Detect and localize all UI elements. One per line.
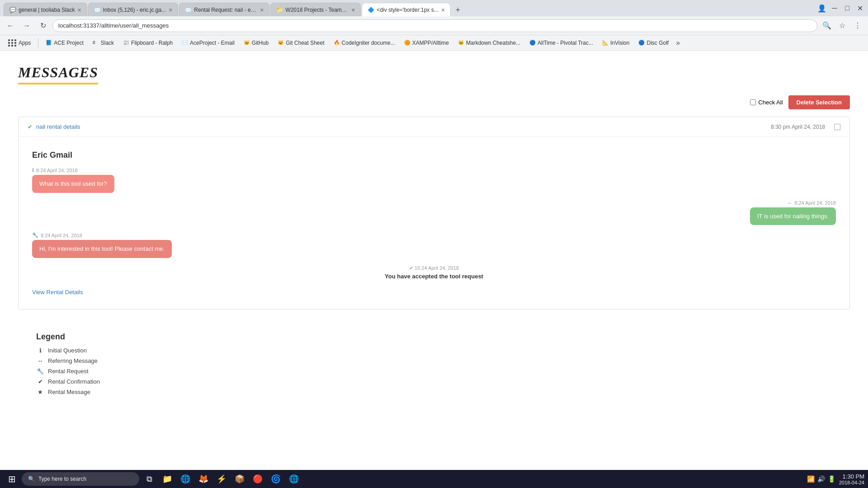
clock[interactable]: 1:30 PM 2018-04-24: [839, 473, 864, 485]
bookmark-ace-project[interactable]: 📘 ACE Project: [42, 38, 87, 47]
legend-referring-message-label: Referring Message: [48, 357, 98, 364]
check-all-label[interactable]: Check All: [750, 99, 783, 106]
thread-subject-link[interactable]: nail rental details: [36, 123, 80, 130]
tab-4-favicon: 📁: [276, 7, 283, 13]
message-thread-container: ✔ nail rental details 8:30 pm April 24, …: [18, 117, 850, 310]
search-icon[interactable]: 🔍: [820, 19, 834, 33]
tab-5[interactable]: 🔷 <div style='border:1px s... ×: [362, 3, 451, 16]
address-bar[interactable]: [52, 19, 817, 32]
legend-section: Legend ℹ Initial Question ↔ Referring Me…: [18, 323, 850, 408]
message-row-1: ℹ 8:24 April 24, 2018 What is this tool …: [32, 167, 836, 193]
check-all-checkbox[interactable]: [750, 99, 756, 105]
alltime-pivotal-label: AllTime - Pivotal Trac...: [538, 40, 593, 46]
tab-3-favicon: ✉️: [185, 7, 191, 13]
bookmark-flipboard[interactable]: 📰 Flipboard - Ralph: [119, 38, 176, 47]
bookmark-xampp[interactable]: 🟠 XAMPP/Alltime: [401, 38, 453, 47]
thread-checkbox[interactable]: [834, 124, 840, 130]
system-message-time: 15:24 April 24, 2018: [415, 265, 459, 271]
clock-date: 2018-04-24: [839, 480, 864, 485]
taskbar-file-explorer[interactable]: 📁: [159, 471, 175, 487]
minimize-button[interactable]: ─: [830, 4, 839, 13]
taskbar-right: 📶 🔊 🔋 1:30 PM 2018-04-24: [807, 473, 864, 485]
taskbar-search[interactable]: 🔍 Type here to search: [22, 472, 139, 486]
tray-battery-icon: 🔋: [828, 475, 835, 483]
page-content: MESSAGES Check All Delete Selection ✔ na…: [0, 51, 868, 470]
account-icon[interactable]: 👤: [817, 4, 826, 13]
message-row-3: 🔧 8:24 April 24, 2018 Hi, I'm interested…: [32, 232, 836, 258]
taskbar-app-7[interactable]: 🔴: [250, 471, 266, 487]
tab-3-close-icon[interactable]: ×: [260, 6, 264, 14]
aceproject-email-label: AceProject - Email: [190, 40, 235, 46]
system-message-checkmark-icon: ✔: [409, 265, 413, 271]
tab-3[interactable]: ✉️ Rental Request: nail - eri... ×: [179, 3, 269, 16]
legend-rental-confirmation-label: Rental Confirmation: [48, 378, 100, 385]
taskbar-app-5[interactable]: ⚡: [213, 471, 230, 487]
maximize-button[interactable]: □: [843, 4, 852, 13]
bookmark-aceproject-email[interactable]: ✉️ AceProject - Email: [178, 38, 238, 47]
browser-frame: 💬 general | tooliaba Slack × ✉️ Inbox (5…: [0, 0, 868, 488]
bookmark-alltime-pivotal[interactable]: 🔵 AllTime - Pivotal Trac...: [526, 38, 597, 47]
referring-message-icon: ↔: [787, 200, 792, 206]
nav-bar: ← → ↻ 🔍 ☆ ⋮: [0, 16, 868, 35]
codeigniter-favicon: 🔥: [334, 40, 340, 46]
apps-grid-icon: [8, 39, 17, 47]
taskbar-app-8[interactable]: 🌀: [268, 471, 284, 487]
taskbar-task-view[interactable]: ⧉: [141, 471, 157, 487]
tab-4-title: W2018 Projects - Team D...: [285, 7, 349, 13]
tab-1-close-icon[interactable]: ×: [78, 6, 81, 14]
tab-2-close-icon[interactable]: ×: [169, 6, 172, 14]
tab-5-favicon: 🔷: [368, 7, 374, 13]
forward-button[interactable]: →: [20, 19, 33, 33]
tab-5-title: <div style='border:1px s...: [377, 7, 438, 13]
bookmark-slack[interactable]: # Slack: [89, 38, 118, 47]
taskbar-chrome[interactable]: 🌐: [177, 471, 193, 487]
message-1-time: 8:24 April 24, 2018: [36, 168, 78, 173]
tray-volume-icon: 🔊: [817, 475, 825, 483]
thread-sender: Eric Gmail: [32, 150, 836, 160]
window-controls: 👤 ─ □ ✕: [817, 4, 864, 13]
thread-date: 8:30 pm April 24, 2018: [771, 124, 825, 130]
apps-button[interactable]: Apps: [5, 38, 34, 48]
delete-selection-button[interactable]: Delete Selection: [788, 95, 850, 109]
alltime-pivotal-favicon: 🔵: [529, 40, 536, 46]
new-tab-button[interactable]: +: [452, 4, 464, 16]
tab-4[interactable]: 📁 W2018 Projects - Team D... ×: [270, 3, 361, 16]
bookmark-github[interactable]: 🐱 GitHub: [240, 38, 272, 47]
message-3-time: 8:24 April 24, 2018: [41, 233, 82, 238]
refresh-button[interactable]: ↻: [36, 19, 50, 33]
bookmark-icon[interactable]: ☆: [835, 19, 849, 33]
ace-project-label: ACE Project: [54, 40, 83, 46]
bookmark-disc-golf[interactable]: 🔵 Disc Golf: [635, 38, 672, 47]
close-button[interactable]: ✕: [855, 4, 864, 13]
taskbar-firefox[interactable]: 🦊: [195, 471, 212, 487]
tab-3-title: Rental Request: nail - eri...: [194, 7, 257, 13]
bookmark-codeigniter[interactable]: 🔥 CodeIgniter docume...: [330, 38, 399, 47]
disc-golf-label: Disc Golf: [646, 40, 669, 46]
bookmark-git-cheat-sheet[interactable]: 🐱 Git Cheat Sheet: [274, 38, 328, 47]
back-button[interactable]: ←: [4, 19, 17, 33]
view-rental-details-link[interactable]: View Rental Details: [32, 289, 836, 296]
invision-label: InVision: [610, 40, 629, 46]
tab-2[interactable]: ✉️ Inbox (5,126) - eric.jc.ga... ×: [88, 3, 179, 16]
message-1-bubble: What is this tool used for?: [32, 175, 114, 193]
taskbar: ⊞ 🔍 Type here to search ⧉ 📁 🌐 🦊 ⚡ 📦 🔴 🌀 …: [0, 470, 868, 488]
taskbar-app-6[interactable]: 📦: [231, 471, 248, 487]
tab-4-close-icon[interactable]: ×: [351, 6, 355, 14]
taskbar-app-9[interactable]: 🌐: [286, 471, 302, 487]
message-row-2: ↔ 8:24 April 24, 2018 IT is used for nai…: [32, 200, 836, 225]
bookmark-invision[interactable]: 📐 InVision: [599, 38, 633, 47]
legend-item-rental-request: 🔧 Rental Request: [36, 368, 832, 375]
bookmark-markdown[interactable]: 🐱 Markdown Cheatshe...: [454, 38, 524, 47]
tab-1[interactable]: 💬 general | tooliaba Slack ×: [4, 3, 87, 16]
github-label: GitHub: [252, 40, 269, 46]
git-cheat-sheet-favicon: 🐱: [278, 40, 284, 46]
flipboard-favicon: 📰: [123, 40, 129, 46]
thread-header: ✔ nail rental details 8:30 pm April 24, …: [19, 117, 849, 137]
legend-initial-question-label: Initial Question: [48, 347, 87, 354]
tab-5-close-icon[interactable]: ×: [441, 6, 445, 14]
start-button[interactable]: ⊞: [4, 471, 20, 487]
apps-label: Apps: [19, 40, 31, 46]
more-bookmarks-icon[interactable]: »: [676, 39, 680, 47]
menu-icon[interactable]: ⋮: [851, 19, 864, 33]
invision-favicon: 📐: [602, 40, 609, 46]
